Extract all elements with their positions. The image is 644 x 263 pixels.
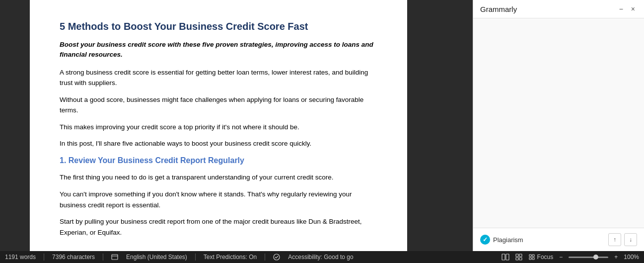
status-bar: 1191 words 7396 characters English (Unit… xyxy=(0,251,644,263)
plagiarism-icon: ✓ xyxy=(480,235,490,245)
svg-point-2 xyxy=(274,254,280,260)
char-count: 7396 characters xyxy=(52,254,95,261)
grammarly-nav-up-button[interactable]: ↑ xyxy=(608,233,621,246)
section1-para-3: Start by pulling your business credit re… xyxy=(60,216,377,238)
svg-rect-10 xyxy=(532,255,534,257)
doc-para-2: Without a good score, businesses might f… xyxy=(60,94,377,116)
svg-rect-8 xyxy=(519,258,522,260)
grammarly-header: Grammarly − × xyxy=(473,0,644,18)
svg-rect-6 xyxy=(519,254,522,257)
status-icon-1 xyxy=(111,254,118,261)
grammarly-nav-down-button[interactable]: ↓ xyxy=(624,233,637,246)
doc-para-3: This makes improving your credit score a… xyxy=(60,122,377,133)
status-divider-1 xyxy=(44,254,44,261)
section1-title: 1. Review Your Business Credit Report Re… xyxy=(60,155,377,166)
text-predictions-status: Text Predictions: On xyxy=(204,254,257,261)
grammarly-footer: ✓ Plagiarism ↑ ↓ xyxy=(473,228,644,251)
word-count: 1191 words xyxy=(5,254,36,261)
status-divider-2 xyxy=(103,254,103,261)
svg-rect-3 xyxy=(502,254,505,260)
document-area: 5 Methods to Boost Your Business Credit … xyxy=(0,0,473,251)
grammarly-panel: Grammarly − × ✓ Plagiarism ↑ ↓ xyxy=(473,0,644,251)
svg-rect-7 xyxy=(516,258,518,260)
language-status: English (United States) xyxy=(126,254,187,261)
document-subtitle: Boost your business credit score with th… xyxy=(60,40,377,60)
grammarly-minimize-button[interactable]: − xyxy=(617,4,625,14)
accessibility-status: Accessibility: Good to go xyxy=(288,254,353,261)
grammarly-close-button[interactable]: × xyxy=(629,4,637,14)
section1-para-2: You can't improve something if you don't… xyxy=(60,189,377,210)
svg-rect-9 xyxy=(529,255,531,257)
minus-zoom-button[interactable]: − xyxy=(559,254,563,261)
plagiarism-badge: ✓ Plagiarism xyxy=(480,235,523,245)
zoom-percent: 100% xyxy=(624,254,639,261)
status-bar-right: Focus − + 100% xyxy=(501,254,639,261)
svg-rect-12 xyxy=(532,258,534,260)
zoom-slider[interactable] xyxy=(569,257,608,258)
svg-rect-11 xyxy=(529,258,531,260)
status-divider-4 xyxy=(265,254,265,261)
page-view-icon xyxy=(501,254,509,261)
grammarly-title: Grammarly xyxy=(480,5,517,13)
grammarly-nav-buttons: ↑ ↓ xyxy=(608,233,637,246)
grid-view-icon xyxy=(515,254,522,261)
focus-button[interactable]: Focus xyxy=(528,254,554,261)
main-area: 5 Methods to Boost Your Business Credit … xyxy=(0,0,644,251)
status-divider-3 xyxy=(195,254,196,261)
svg-rect-4 xyxy=(506,254,509,260)
svg-rect-0 xyxy=(112,255,118,260)
grammarly-controls: − × xyxy=(617,4,637,14)
doc-para-1: A strong business credit score is essent… xyxy=(60,67,377,88)
accessibility-icon xyxy=(273,254,280,261)
zoom-slider-thumb xyxy=(593,255,598,260)
plus-zoom-button[interactable]: + xyxy=(614,254,618,261)
doc-para-4: In this post, I'll share five actionable… xyxy=(60,138,377,149)
plagiarism-label: Plagiarism xyxy=(493,236,523,244)
svg-rect-5 xyxy=(516,254,518,257)
section1-para-1: The first thing you need to do is get a … xyxy=(60,172,377,183)
grammarly-body xyxy=(473,18,644,228)
focus-label: Focus xyxy=(537,254,554,261)
document-title: 5 Methods to Boost Your Business Credit … xyxy=(60,20,377,33)
document-content: 5 Methods to Boost Your Business Credit … xyxy=(30,0,407,251)
